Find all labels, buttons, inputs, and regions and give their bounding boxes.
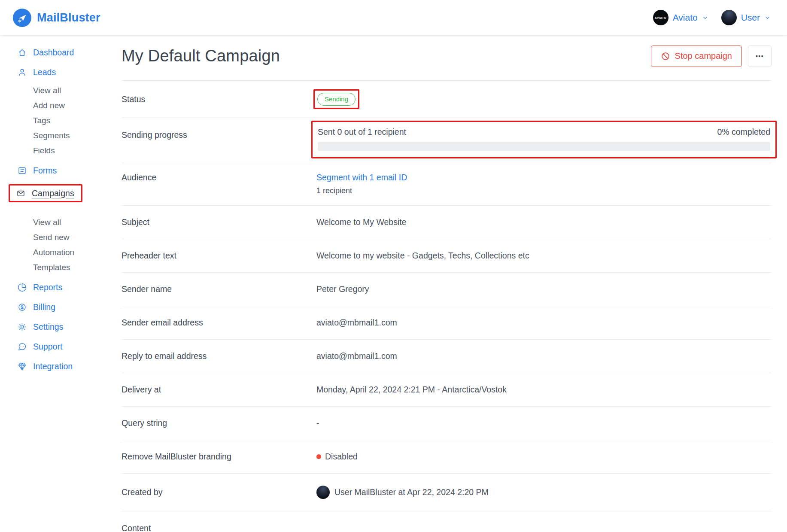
row-value: aviato@mbmail1.com (316, 318, 397, 328)
preheader-row: Preheader text Welcome to my website - G… (122, 239, 772, 273)
sidebar-item-settings[interactable]: Settings (17, 321, 122, 333)
row-value: Welcome to My Website (316, 217, 407, 227)
sender-name-row: Sender name Peter Gregory (122, 273, 772, 306)
branding-row: Remove MailBluster branding Disabled (122, 440, 772, 474)
sidebar-item-campaigns-view-all[interactable]: View all (17, 218, 122, 227)
row-value: Monday, April 22, 2024 2:21 PM - Antarct… (316, 385, 507, 395)
row-label: Audience (122, 173, 316, 182)
created-by-text: User MailBluster at Apr 22, 2024 2:20 PM (334, 487, 489, 497)
brand-name: MailBluster (37, 11, 100, 24)
sidebar-item-label: Integration (33, 362, 73, 371)
progress-sent-text: Sent 0 out of 1 recipient (318, 127, 406, 137)
stop-campaign-label: Stop campaign (675, 51, 732, 61)
sidebar-item-label: Leads (33, 67, 56, 77)
delivery-at-row: Delivery at Monday, April 22, 2024 2:21 … (122, 373, 772, 407)
sidebar-item-label: Billing (33, 302, 55, 312)
row-value: - (316, 418, 319, 428)
user-dropdown[interactable]: User (721, 10, 771, 25)
progress-bar (318, 142, 770, 151)
top-navbar: MailBluster AVIATO Aviato User (0, 0, 787, 35)
person-icon (17, 68, 27, 77)
sidebar-item-forms[interactable]: Forms (17, 164, 122, 176)
sidebar-item-billing[interactable]: Billing (17, 301, 122, 313)
form-icon (17, 166, 27, 175)
sidebar-item-reports[interactable]: Reports (17, 281, 122, 293)
query-string-row: Query string - (122, 407, 772, 440)
sidebar-item-campaigns-templates[interactable]: Templates (17, 263, 122, 272)
row-label: Subject (122, 217, 316, 227)
branding-value: Disabled (316, 452, 358, 462)
sidebar-item-dashboard[interactable]: Dashboard (17, 46, 122, 58)
status-row: Status Sending (122, 81, 772, 118)
header-actions: Stop campaign ••• (651, 46, 772, 67)
subject-row: Subject Welcome to My Website (122, 206, 772, 239)
sidebar-item-leads-view-all[interactable]: View all (17, 86, 122, 95)
sidebar-item-label: Support (33, 342, 62, 352)
dollar-icon (17, 303, 27, 312)
home-icon (17, 48, 27, 57)
chevron-down-icon (702, 15, 708, 21)
account-dropdown[interactable]: AVIATO Aviato (653, 10, 708, 25)
sidebar-item-campaigns-send-new[interactable]: Send new (17, 233, 122, 242)
sidebar-item-leads-tags[interactable]: Tags (17, 116, 122, 125)
sidebar-item-integration[interactable]: Integration (17, 360, 122, 372)
navbar-right: AVIATO Aviato User (653, 10, 771, 25)
main-content: My Default Campaign Stop campaign ••• St… (122, 35, 787, 532)
row-label: Delivery at (122, 385, 316, 395)
sidebar-item-campaigns[interactable]: Campaigns (16, 187, 74, 199)
chat-icon (17, 342, 27, 351)
row-label: Preheader text (122, 251, 316, 261)
row-label: Sending progress (122, 121, 316, 140)
envelope-icon (16, 189, 25, 198)
annotation-box-campaigns: Campaigns (9, 184, 82, 202)
audience-value: Segment with 1 email ID 1 recipient (316, 173, 407, 196)
gear-icon (17, 322, 27, 331)
sidebar-item-leads-fields[interactable]: Fields (17, 146, 122, 155)
row-label: Remove MailBluster branding (122, 452, 316, 462)
sidebar-item-leads-segments[interactable]: Segments (17, 131, 122, 140)
row-label: Sender email address (122, 318, 316, 328)
user-dropdown-label: User (741, 12, 760, 23)
sidebar-item-leads[interactable]: Leads (17, 66, 122, 78)
row-value: Peter Gregory (316, 284, 369, 294)
sidebar-item-label: Dashboard (33, 48, 74, 58)
sidebar-item-label: Settings (33, 322, 63, 332)
brand-link[interactable]: MailBluster (13, 9, 100, 27)
row-label: Content (122, 523, 316, 532)
sidebar-sublist-leads: View all Add new Tags Segments Fields (17, 86, 122, 155)
annotation-box-sending-progress: Sent 0 out of 1 recipient 0% completed (311, 121, 777, 158)
sidebar-item-label: Forms (33, 166, 57, 176)
status-badge: Sending (317, 93, 356, 106)
sending-progress-row: Sending progress Sent 0 out of 1 recipie… (122, 118, 772, 163)
sidebar-item-label: Campaigns (32, 188, 74, 198)
branding-status-text: Disabled (325, 452, 358, 462)
sidebar-item-label: Reports (33, 283, 62, 292)
row-label: Status (122, 94, 316, 104)
row-label: Sender name (122, 284, 316, 294)
disabled-status-dot-icon (316, 454, 321, 459)
row-label: Created by (122, 487, 316, 497)
segment-link[interactable]: Segment with 1 email ID (316, 173, 407, 182)
gem-icon (17, 362, 27, 371)
more-actions-button[interactable]: ••• (748, 46, 772, 67)
stop-campaign-button[interactable]: Stop campaign (651, 46, 742, 67)
row-label: Reply to email address (122, 351, 316, 361)
row-label: Query string (122, 418, 316, 428)
user-avatar (721, 10, 737, 25)
sidebar-item-leads-add-new[interactable]: Add new (17, 101, 122, 110)
sidebar-item-support[interactable]: Support (17, 340, 122, 353)
sidebar-sublist-campaigns: View all Send new Automation Templates (17, 218, 122, 272)
mailbluster-logo-icon (13, 9, 31, 27)
sidebar-item-campaigns-automation[interactable]: Automation (17, 248, 122, 257)
recipient-count: 1 recipient (316, 186, 407, 196)
campaign-details: Status Sending Sending progress Sent 0 o… (122, 80, 772, 532)
audience-row: Audience Segment with 1 email ID 1 recip… (122, 163, 772, 206)
stop-icon (661, 52, 670, 61)
page-title: My Default Campaign (122, 45, 280, 67)
content-row: Content (122, 511, 772, 532)
created-by-row: Created by User MailBluster at Apr 22, 2… (122, 474, 772, 511)
sidebar: Dashboard Leads View all Add new Tags Se… (0, 35, 122, 380)
account-avatar: AVIATO (653, 10, 668, 25)
annotation-box-status-badge: Sending (313, 89, 359, 109)
progress-completed-text: 0% completed (717, 127, 770, 137)
